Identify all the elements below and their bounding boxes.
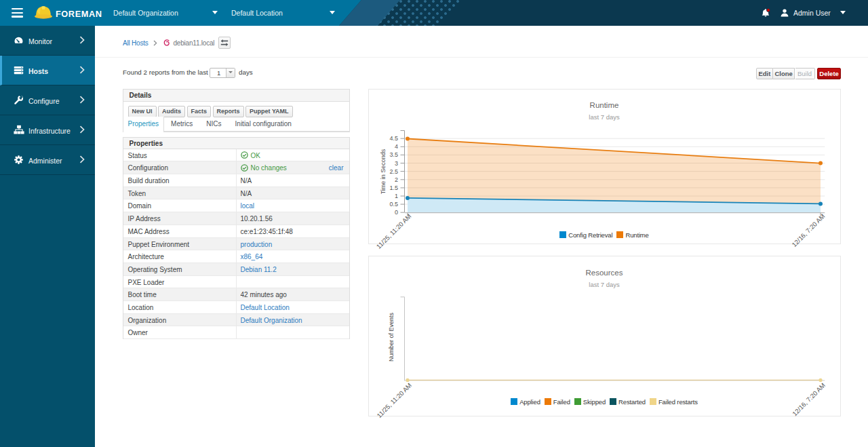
svg-text:2.5: 2.5 — [389, 168, 398, 175]
svg-text:3: 3 — [395, 160, 398, 167]
svg-text:0: 0 — [395, 209, 398, 216]
svg-text:0.5: 0.5 — [389, 201, 398, 208]
svg-text:1: 1 — [395, 193, 398, 199]
svg-text:1.5: 1.5 — [389, 184, 398, 191]
svg-text:11/25, 11:20 AM: 11/25, 11:20 AM — [375, 212, 413, 250]
svg-text:11/25, 11:20 AM: 11/25, 11:20 AM — [375, 381, 413, 419]
svg-text:Time in Seconds: Time in Seconds — [380, 149, 387, 194]
svg-text:4: 4 — [395, 143, 398, 150]
svg-text:12/16, 7:20 AM: 12/16, 7:20 AM — [791, 381, 827, 417]
svg-text:2: 2 — [395, 176, 398, 183]
svg-text:Number of Events: Number of Events — [388, 312, 395, 362]
svg-text:4.5: 4.5 — [389, 135, 398, 142]
svg-text:3.5: 3.5 — [389, 151, 398, 158]
